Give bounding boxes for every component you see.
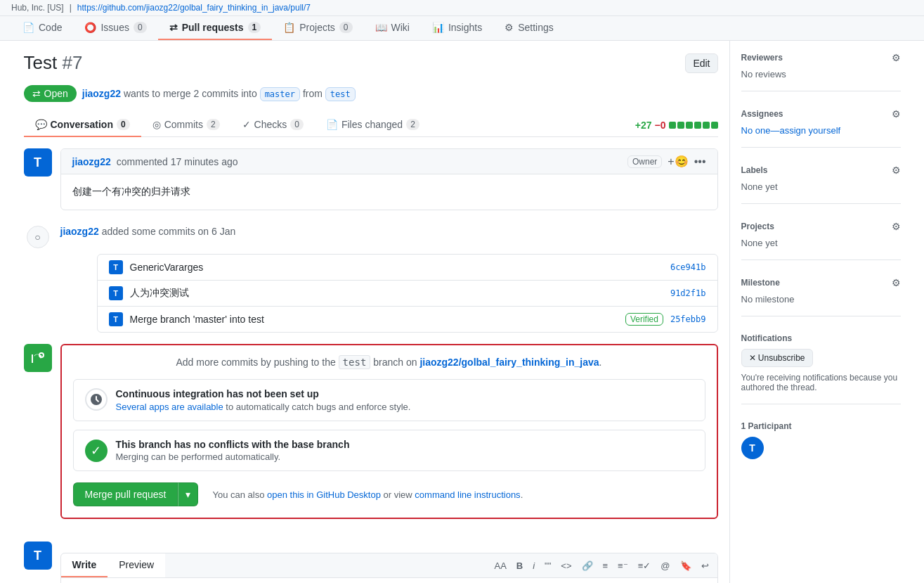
checks-icon: ✓ (242, 119, 251, 130)
toolbar-link-button[interactable]: 🔗 (579, 559, 596, 572)
toolbar-mention-button[interactable]: @ (658, 559, 672, 572)
commit-msg-1: GenericVararges (130, 262, 663, 273)
commit-verified-badge: Verified (625, 313, 663, 326)
preview-tab[interactable]: Preview (108, 553, 165, 577)
current-user-avatar: T (24, 542, 52, 570)
nav-tab-issues[interactable]: ⭕ Issues 0 (73, 16, 157, 40)
timeline: T jiaozg22 commented 17 minutes ago (24, 148, 718, 583)
unsubscribe-button[interactable]: ✕ Unsubscribe (741, 349, 813, 367)
projects-header: Projects ⚙ (741, 221, 901, 232)
labels-title: Labels (741, 165, 768, 175)
labels-gear-icon[interactable]: ⚙ (892, 165, 901, 176)
cli-link[interactable]: command line instructions (415, 489, 520, 500)
commits-author-link[interactable]: jiaozg22 (60, 226, 99, 237)
tab-files-changed[interactable]: 📄 Files changed 2 (315, 113, 431, 137)
branch-code: test (339, 355, 371, 369)
commits-icon: ◎ (152, 119, 161, 130)
owner-badge: Owner (627, 155, 662, 168)
merge-icon (24, 344, 52, 372)
reviewers-gear-icon[interactable]: ⚙ (892, 52, 901, 63)
merge-dropdown-button[interactable]: ▾ (178, 482, 198, 506)
pr-header: Test #7 Edit (24, 52, 718, 74)
milestone-gear-icon[interactable]: ⚙ (892, 277, 901, 288)
toolbar-ol-button[interactable]: ≡⁻ (615, 559, 631, 572)
diff-blocks (669, 122, 718, 129)
toolbar-reply-button[interactable]: ↩ (698, 559, 712, 572)
url-link[interactable]: https://github.com/jiaozg22/golbal_fairy… (77, 3, 311, 13)
diff-block-3 (686, 122, 693, 129)
edit-button[interactable]: Edit (685, 53, 717, 73)
toolbar-italic-button[interactable]: i (530, 559, 538, 572)
participants-section: 1 participant T (741, 421, 901, 470)
merge-extra-text: You can also open this in GitHub Desktop… (212, 489, 523, 500)
merge-btn-group: Merge pull request ▾ (73, 482, 199, 506)
tab-conversation[interactable]: 💬 Conversation 0 (24, 113, 141, 137)
assignees-header: Assignees ⚙ (741, 108, 901, 120)
labels-value: None yet (741, 181, 901, 192)
github-desktop-link[interactable]: open this in GitHub Desktop (267, 489, 381, 500)
head-branch-label: test (325, 87, 356, 101)
projects-gear-icon[interactable]: ⚙ (892, 221, 901, 232)
toolbar-code-button[interactable]: <> (558, 559, 574, 572)
toolbar-tasklist-button[interactable]: ≡✓ (635, 559, 654, 572)
insights-icon: 📊 (432, 22, 444, 33)
nav-tab-settings[interactable]: ⚙ Settings (493, 16, 565, 40)
milestone-title: Milestone (741, 278, 780, 288)
ci-box: Continuous integration has not been set … (73, 379, 705, 421)
ci-apps-link[interactable]: Several apps are available (116, 402, 223, 412)
commit-sha-2[interactable]: 91d2f1b (670, 288, 706, 298)
commit-sha-3[interactable]: 25febb9 (670, 314, 706, 324)
commit-row-2: T 人为冲突测试 91d2f1b (98, 281, 717, 307)
browser-bar: Hub, Inc. [US] | https://github.com/jiao… (0, 0, 924, 16)
commit-add-icon: ○ (27, 226, 49, 248)
pull-requests-icon: ⇄ (169, 22, 178, 33)
ci-icon (85, 388, 108, 411)
sidebar: Reviewers ⚙ No reviews Assignees ⚙ No on… (729, 41, 912, 583)
merge-section-content: Add more commits by pushing to the test … (60, 344, 718, 530)
tab-commits[interactable]: ◎ Commits 2 (141, 113, 231, 137)
more-options-button[interactable]: ••• (694, 155, 706, 168)
write-tab[interactable]: Write (61, 553, 108, 577)
reviewers-section: Reviewers ⚙ No reviews (741, 52, 901, 91)
participant-avatar[interactable]: T (741, 437, 764, 459)
comment-textarea[interactable] (61, 578, 717, 583)
pr-author-link[interactable]: jiaozg22 (82, 88, 121, 99)
ci-title: Continuous integration has not been set … (116, 388, 694, 399)
diff-stats: +27 −0 (635, 120, 718, 131)
repo-link[interactable]: jiaozg22/golbal_fairy_thinking_in_java (419, 357, 599, 368)
wiki-icon: 📖 (375, 22, 387, 33)
merge-pull-request-button[interactable]: Merge pull request (73, 482, 178, 506)
toolbar-quote-button[interactable]: "" (542, 559, 554, 572)
no-conflict-content: This branch has no conflicts with the ba… (116, 439, 694, 462)
nav-tab-insights[interactable]: 📊 Insights (421, 16, 493, 40)
notifications-title: Notifications (741, 333, 793, 343)
emoji-button[interactable]: +😊 (668, 155, 688, 168)
commits-timeline: ○ jiaozg22 added some commits on 6 Jan (24, 222, 718, 248)
toolbar-bold-button[interactable]: B (514, 559, 526, 572)
comment-author[interactable]: jiaozg22 (72, 156, 111, 167)
toolbar-aa-button[interactable]: AA (491, 559, 509, 572)
ci-content: Continuous integration has not been set … (116, 388, 694, 412)
reviewers-title: Reviewers (741, 53, 783, 63)
nav-tab-projects[interactable]: 📋 Projects 0 (272, 16, 363, 40)
tab-checks[interactable]: ✓ Checks 0 (231, 113, 315, 137)
assign-yourself-link[interactable]: No one—assign yourself (741, 125, 841, 136)
assignees-title: Assignees (741, 109, 783, 119)
commit-sha-1[interactable]: 6ce941b (670, 262, 706, 272)
projects-icon: 📋 (283, 22, 295, 33)
nav-tab-code[interactable]: 📄 Code (11, 16, 73, 40)
no-conflict-title: This branch has no conflicts with the ba… (116, 439, 694, 450)
editor-toolbar: AA B i "" <> 🔗 ≡ ≡⁻ ≡✓ @ 🔖 (165, 553, 717, 577)
toolbar-ref-button[interactable]: 🔖 (677, 559, 694, 572)
toolbar-ul-button[interactable]: ≡ (600, 559, 611, 572)
assignees-section: Assignees ⚙ No one—assign yourself (741, 108, 901, 148)
nav-tab-wiki[interactable]: 📖 Wiki (364, 16, 421, 40)
conversation-icon: 💬 (35, 119, 47, 130)
nav-tab-pull-requests[interactable]: ⇄ Pull requests 1 (158, 16, 273, 40)
repo-nav: 📄 Code ⭕ Issues 0 ⇄ Pull requests 1 📋 Pr… (0, 16, 924, 41)
issues-icon: ⭕ (84, 22, 96, 33)
reviewers-value: No reviews (741, 69, 901, 79)
assignees-gear-icon[interactable]: ⚙ (892, 108, 901, 120)
pr-tabs-left: 💬 Conversation 0 ◎ Commits 2 ✓ Checks 0 … (24, 113, 431, 136)
files-icon: 📄 (326, 119, 338, 130)
